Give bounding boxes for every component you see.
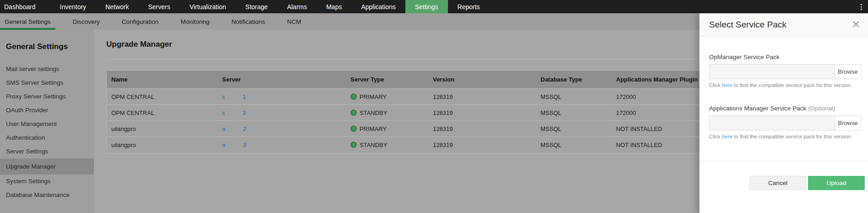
sidebar-item-user-management[interactable]: User Management [0, 117, 94, 131]
appmanager-label-text: Applications Manager Service Pack [709, 105, 806, 112]
cell-server: c1 [218, 89, 346, 105]
subnav-tab-monitoring[interactable]: Monitoring [176, 13, 214, 30]
table-row: uilangproo3↑STANDBY128319MSSQLNOT INSTAL… [107, 137, 717, 153]
column-header-version: Version [428, 71, 536, 89]
subnav-tab-configuration[interactable]: Configuration [117, 13, 163, 30]
sidebar-item-oauth-provider[interactable]: OAuth Provider [0, 104, 94, 117]
cell-database-type: MSSQL [536, 137, 611, 153]
sidebar-item-system-settings[interactable]: System Settings [0, 175, 94, 188]
panel-header: Select Service Pack ✕ [699, 13, 868, 37]
server-type-text: PRIMARY [360, 93, 387, 100]
upload-button[interactable]: Upload [808, 176, 865, 190]
column-header-server: Server [218, 71, 346, 89]
topnav-item-reports[interactable]: Reports [448, 0, 490, 13]
subnav-tab-notifications[interactable]: Notifications [227, 13, 270, 30]
topnav-item-settings[interactable]: Settings [405, 0, 448, 13]
opmanager-service-pack-label: OpManager Service Pack [709, 54, 861, 60]
server-count-link[interactable]: 1 [243, 93, 246, 100]
server-type-text: STANDBY [360, 109, 387, 116]
cell-name: uilangpro [107, 137, 218, 153]
appmanager-service-pack-input[interactable] [710, 116, 835, 130]
sidebar-item-server-settings[interactable]: Server Settings [0, 145, 94, 158]
server-count-link[interactable]: 2 [243, 126, 246, 132]
page-title: Upgrade Manager [106, 40, 172, 49]
table-row: OPM CENTRALc3↑STANDBY128319MSSQL172000 [107, 105, 717, 121]
topnav-item-applications[interactable]: Applications [351, 0, 405, 13]
column-header-database-type: Database Type [536, 71, 611, 89]
column-header-server-type: Server Type [346, 71, 428, 89]
cell-version: 128319 [428, 121, 536, 137]
panel-body: OpManager Service Pack Browse Click here… [699, 54, 868, 139]
cell-name: OPM CENTRAL [107, 89, 218, 105]
table-row: uilangproo2↑PRIMARY128319MSSQLNOT INSTAL… [107, 121, 717, 137]
cancel-button[interactable]: Cancel [749, 176, 806, 190]
close-icon[interactable]: ✕ [852, 20, 860, 29]
subnav-tab-general-settings[interactable]: General Settings [0, 13, 55, 30]
panel-buttons: Cancel Upload [749, 176, 865, 190]
opmanager-label-text: OpManager Service Pack [709, 54, 780, 60]
server-up-icon: ↑ [350, 93, 357, 100]
opmanager-here-link[interactable]: here [722, 82, 732, 88]
hint-suffix-2: to find the compatible service pack for … [734, 134, 852, 139]
server-name-link[interactable]: o [222, 126, 225, 132]
hint-prefix-2: Click [709, 134, 721, 139]
sidebar-item-authentication[interactable]: Authentication [0, 131, 94, 145]
overflow-menu-icon[interactable]: ⋮ [855, 0, 868, 13]
cell-name: OPM CENTRAL [107, 105, 218, 121]
table-body: OPM CENTRALc1↑PRIMARY128319MSSQL172000OP… [107, 89, 717, 153]
appmanager-browse-button[interactable]: Browse [835, 116, 861, 130]
title-divider [106, 59, 716, 59]
select-service-pack-panel: Select Service Pack ✕ OpManager Service … [699, 13, 868, 213]
server-name-link[interactable]: c [222, 109, 225, 116]
cell-version: 128319 [428, 89, 536, 105]
appmanager-here-link[interactable]: here [722, 134, 732, 139]
server-type-text: PRIMARY [360, 126, 387, 132]
sidebar-item-mail-server-settings[interactable]: Mail server settings [0, 62, 94, 76]
cell-server: o3 [218, 137, 346, 153]
cell-version: 128319 [428, 137, 536, 153]
panel-title: Select Service Pack [709, 20, 852, 30]
hint-suffix: to find the compatible service pack for … [734, 82, 852, 88]
opmanager-hint: Click here to find the compatible servic… [709, 82, 861, 88]
topnav-item-maps[interactable]: Maps [317, 0, 351, 13]
server-up-icon: ↑ [350, 109, 357, 116]
cell-server-type: ↑PRIMARY [346, 89, 428, 105]
cell-server-type: ↑STANDBY [346, 105, 428, 121]
opmanager-service-pack-input[interactable] [710, 65, 835, 79]
sidebar: General Settings Mail server settingsSMS… [0, 30, 94, 213]
upgrade-table-card: NameServerServer TypeVersionDatabase Typ… [106, 70, 717, 153]
subnav-tab-discovery[interactable]: Discovery [68, 13, 104, 30]
opmanager-browse-button[interactable]: Browse [835, 65, 861, 79]
cell-database-type: MSSQL [536, 105, 611, 121]
appmanager-input-row: Browse [709, 115, 861, 131]
subnav-tab-ncm[interactable]: NCM [283, 13, 306, 30]
topnav: DashboardInventoryNetworkServersVirtuali… [0, 0, 868, 13]
topnav-item-network[interactable]: Network [96, 0, 138, 13]
topnav-item-storage[interactable]: Storage [236, 0, 278, 13]
appmanager-hint: Click here to find the compatible servic… [709, 134, 861, 139]
sidebar-item-proxy-server-settings[interactable]: Proxy Server Settings [0, 90, 94, 104]
topnav-item-virtualization[interactable]: Virtualization [180, 0, 236, 13]
cell-name: uilangpro [107, 121, 218, 137]
server-name-link[interactable]: c [222, 93, 225, 100]
topnav-item-servers[interactable]: Servers [138, 0, 180, 13]
server-count-link[interactable]: 3 [243, 109, 246, 116]
opmanager-input-row: Browse [709, 64, 861, 79]
topnav-item-alarms[interactable]: Alarms [278, 0, 317, 13]
topnav-spacer [490, 0, 855, 13]
cell-server-type: ↑STANDBY [346, 137, 428, 153]
sidebar-item-database-maintenance[interactable]: Database Maintenance [0, 188, 94, 202]
topnav-item-dashboard[interactable]: Dashboard [0, 0, 50, 13]
upgrade-table: NameServerServer TypeVersionDatabase Typ… [107, 70, 717, 153]
sidebar-item-upgrade-manager[interactable]: Upgrade Manager [0, 158, 94, 175]
appmanager-service-pack-label: Applications Manager Service Pack (Optio… [709, 105, 861, 112]
sidebar-heading: General Settings [0, 30, 94, 51]
server-count-link[interactable]: 3 [243, 142, 246, 148]
cell-database-type: MSSQL [536, 89, 611, 105]
sidebar-items: Mail server settingsSMS Server SettingsP… [0, 62, 94, 202]
topnav-item-inventory[interactable]: Inventory [50, 0, 96, 13]
cell-server: o2 [218, 121, 346, 137]
footer-divider [699, 161, 868, 161]
server-name-link[interactable]: o [222, 142, 225, 148]
sidebar-item-sms-server-settings[interactable]: SMS Server Settings [0, 76, 94, 90]
